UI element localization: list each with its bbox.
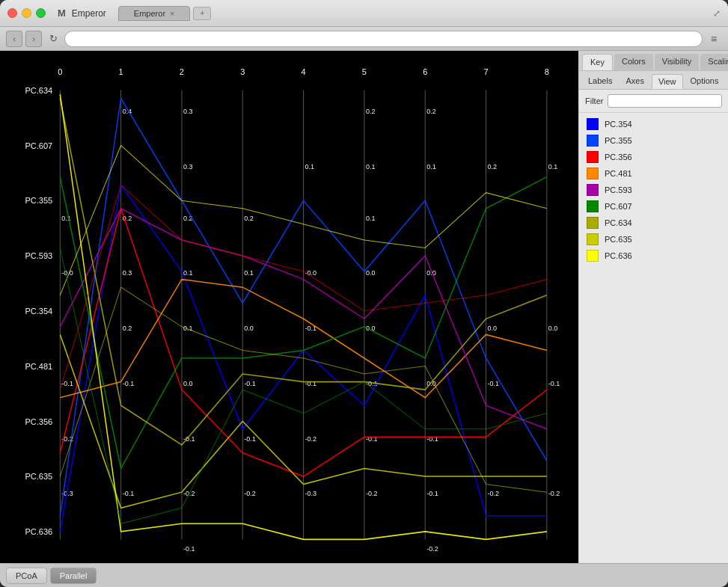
svg-text:0.1: 0.1	[183, 325, 193, 332]
svg-text:-0.1: -0.1	[123, 490, 135, 497]
svg-text:-0.2: -0.2	[305, 434, 317, 442]
pcoa-button[interactable]: PCoA	[6, 568, 47, 584]
legend-item-label: PC.635	[605, 235, 632, 244]
legend-list: PC.354PC.355PC.356PC.481PC.593PC.607PC.6…	[579, 113, 728, 563]
svg-text:0.1: 0.1	[366, 214, 376, 221]
svg-text:0.3: 0.3	[183, 163, 193, 170]
reload-button[interactable]: ↻	[45, 31, 61, 47]
filter-input[interactable]	[608, 94, 722, 108]
browser-window: M Emperor Emperor × + ⤢ ‹ › ↻ ≡	[0, 0, 728, 587]
legend-item-label: PC.356	[605, 153, 632, 162]
svg-text:0.1: 0.1	[426, 163, 436, 170]
sub-tab-axes[interactable]: Axes	[620, 74, 649, 89]
svg-text:0.1: 0.1	[244, 269, 254, 277]
parallel-button[interactable]: Parallel	[50, 568, 97, 584]
svg-text:6: 6	[423, 67, 427, 76]
legend-item[interactable]: PC.593	[579, 182, 728, 198]
svg-text:PC.481: PC.481	[25, 362, 52, 371]
svg-text:PC.634: PC.634	[25, 86, 52, 95]
tab-scaling[interactable]: Scaling	[700, 54, 728, 70]
svg-text:-0.2: -0.2	[366, 490, 378, 497]
forward-button[interactable]: ›	[25, 31, 42, 47]
svg-text:5: 5	[362, 67, 367, 76]
sub-tab-labels[interactable]: Labels	[582, 74, 618, 89]
svg-text:-0.0: -0.0	[61, 269, 73, 277]
legend-item[interactable]: PC.354	[579, 116, 728, 132]
url-input[interactable]	[73, 34, 694, 43]
svg-text:0.2: 0.2	[488, 163, 498, 170]
svg-text:0.1: 0.1	[548, 163, 558, 170]
svg-text:-0.1: -0.1	[366, 434, 378, 442]
svg-text:0: 0	[58, 67, 62, 76]
svg-text:-0.2: -0.2	[548, 490, 560, 497]
svg-text:4: 4	[302, 67, 306, 76]
legend-item[interactable]: PC.635	[579, 231, 728, 248]
tab-area: Emperor × +	[118, 6, 212, 21]
svg-text:-0.1: -0.1	[548, 380, 560, 387]
svg-text:3: 3	[240, 67, 245, 76]
svg-text:-0.1: -0.1	[426, 490, 438, 497]
bottom-bar: PCoA Parallel	[0, 563, 728, 587]
svg-text:0.3: 0.3	[183, 108, 193, 115]
tab-visibility[interactable]: Visibility	[655, 54, 700, 70]
svg-text:-0.3: -0.3	[305, 490, 317, 497]
svg-text:-0.1: -0.1	[244, 434, 256, 442]
svg-text:0.0: 0.0	[244, 325, 254, 332]
traffic-lights	[7, 8, 46, 18]
legend-item-label: PC.607	[605, 202, 632, 211]
legend-item-label: PC.634	[605, 218, 632, 227]
maximize-button[interactable]	[36, 8, 46, 18]
svg-text:PC.607: PC.607	[25, 141, 52, 150]
new-tab-button[interactable]: +	[193, 7, 211, 20]
browser-tab[interactable]: Emperor ×	[118, 6, 191, 21]
tab-key[interactable]: Key	[582, 54, 613, 70]
expand-icon[interactable]: ⤢	[713, 8, 721, 19]
legend-color-swatch	[587, 168, 599, 179]
tab-colors[interactable]: Colors	[614, 54, 653, 70]
svg-text:PC.636: PC.636	[25, 527, 52, 536]
svg-text:0.0: 0.0	[548, 325, 558, 332]
legend-item[interactable]: PC.356	[579, 149, 728, 165]
parallel-coordinates-chart: 0 1 2 3 4 5 6 7 8 PC.634 PC.607 PC.355 P…	[0, 51, 578, 563]
menu-icon[interactable]: ≡	[706, 31, 722, 47]
svg-text:0.1: 0.1	[183, 269, 193, 277]
svg-text:8: 8	[545, 67, 549, 76]
svg-text:0.1: 0.1	[305, 163, 315, 170]
svg-text:PC.355: PC.355	[25, 196, 52, 205]
close-button[interactable]	[7, 8, 17, 18]
svg-text:0.2: 0.2	[244, 214, 254, 221]
filter-label: Filter	[585, 96, 603, 105]
tab-close-icon[interactable]: ×	[170, 9, 174, 18]
svg-text:-0.1: -0.1	[61, 380, 73, 387]
sub-tabs: Labels Axes View Options	[579, 71, 728, 90]
title-bar: M Emperor Emperor × + ⤢	[0, 0, 728, 27]
app-name: Emperor	[72, 8, 106, 19]
legend-item[interactable]: PC.607	[579, 198, 728, 215]
svg-text:0.3: 0.3	[123, 269, 132, 277]
legend-item[interactable]: PC.355	[579, 132, 728, 149]
svg-text:-0.1: -0.1	[123, 380, 135, 387]
address-bar[interactable]	[64, 31, 703, 47]
legend-item-label: PC.593	[605, 185, 632, 194]
svg-text:-0.2: -0.2	[426, 545, 438, 553]
legend-color-swatch	[587, 250, 599, 262]
minimize-button[interactable]	[22, 8, 31, 18]
app-icon: M	[58, 7, 66, 19]
legend-item[interactable]: PC.634	[579, 215, 728, 231]
svg-text:-0.2: -0.2	[244, 490, 256, 497]
legend-color-swatch	[587, 118, 599, 130]
legend-color-swatch	[587, 135, 599, 147]
svg-text:PC.635: PC.635	[25, 472, 52, 481]
legend-item[interactable]: PC.636	[579, 248, 728, 264]
svg-text:-0.1: -0.1	[183, 545, 195, 553]
panel-tabs: Key Colors Visibility Scaling	[579, 51, 728, 71]
sub-tab-view[interactable]: View	[652, 74, 683, 89]
legend-color-swatch	[587, 200, 599, 212]
legend-item[interactable]: PC.481	[579, 165, 728, 182]
legend-color-swatch	[587, 233, 599, 245]
sub-tab-options[interactable]: Options	[685, 74, 725, 89]
svg-text:7: 7	[483, 67, 488, 76]
svg-text:PC.356: PC.356	[25, 417, 52, 425]
back-button[interactable]: ‹	[6, 31, 22, 47]
svg-text:0.2: 0.2	[366, 108, 376, 115]
